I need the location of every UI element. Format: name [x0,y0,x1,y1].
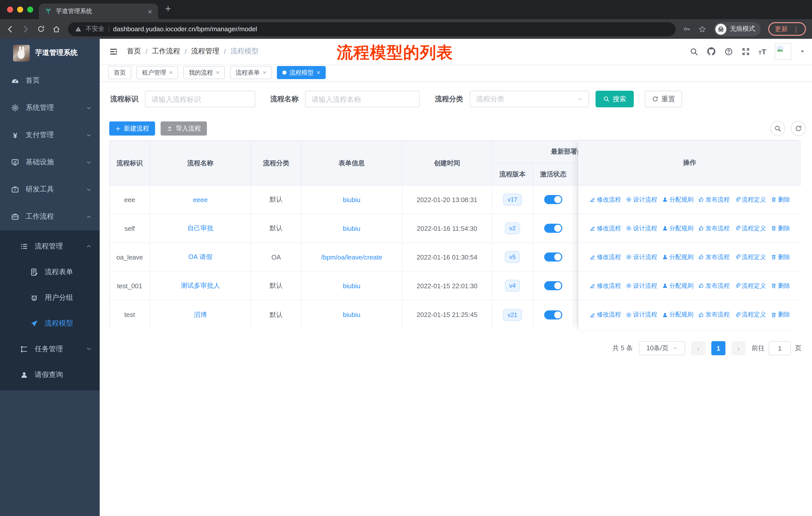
help-button[interactable] [724,47,733,56]
action-assign-rule[interactable]: 分配规则 [662,224,693,233]
action-edit[interactable]: 修改流程 [589,195,621,204]
sidebar-item-task-management[interactable]: 任务管理 [0,336,100,362]
model-name-link[interactable]: OA 请假 [188,252,212,262]
active-toggle[interactable] [544,224,562,233]
search-button[interactable]: 搜索 [596,91,634,107]
font-size-button[interactable]: TT [758,47,766,56]
breadcrumb-process-management[interactable]: 流程管理 [191,47,220,56]
goto-page-input[interactable] [769,341,791,355]
action-definition[interactable]: 流程定义 [734,310,766,319]
minimize-window-button[interactable] [17,6,23,12]
action-delete[interactable]: 删除 [771,310,790,319]
model-name-link[interactable]: 自己审批 [187,224,213,233]
action-edit[interactable]: 修改流程 [589,310,621,319]
close-window-button[interactable] [7,6,13,12]
version-badge[interactable]: v5 [505,251,520,263]
bookmark-star-icon[interactable] [698,25,706,33]
tag-process-form[interactable]: 流程表单 × [230,66,272,79]
version-badge[interactable]: v17 [503,193,522,206]
action-design[interactable]: 设计流程 [626,310,657,319]
form-link[interactable]: /bpm/oa/leave/create [321,253,382,261]
sidebar-item-home[interactable]: 首页 [0,67,100,94]
form-link[interactable]: biubiu [343,224,360,232]
search-button[interactable] [689,47,698,56]
tag-process-model[interactable]: 流程模型 × [277,66,326,79]
sidebar-item-process-management[interactable]: 流程管理 [0,233,100,259]
action-assign-rule[interactable]: 分配规则 [662,195,693,204]
action-publish[interactable]: 发布流程 [698,195,730,204]
action-design[interactable]: 设计流程 [626,224,657,233]
active-toggle[interactable] [544,310,562,319]
fullscreen-button[interactable] [741,47,750,56]
maximize-window-button[interactable] [27,6,33,12]
version-badge[interactable]: v2 [505,222,520,234]
action-delete[interactable]: 删除 [771,195,790,204]
collapse-sidebar-button[interactable] [109,47,118,56]
avatar-caret-icon[interactable] [800,49,805,54]
form-link[interactable]: biubiu [343,282,360,290]
action-publish[interactable]: 发布流程 [698,281,730,290]
action-edit[interactable]: 修改流程 [589,253,621,261]
new-tab-button[interactable]: + [165,3,171,15]
password-key-icon[interactable] [683,25,691,33]
close-icon[interactable]: × [263,69,266,76]
next-page-button[interactable]: › [731,341,746,355]
reload-button[interactable] [37,25,45,33]
app-logo-row[interactable]: 芋道管理系统 [0,39,100,67]
action-definition[interactable]: 流程定义 [734,195,766,204]
sidebar-item-process-form[interactable]: 流程表单 [0,259,100,285]
active-toggle[interactable] [544,195,562,204]
filter-name-input[interactable] [305,91,420,107]
import-process-button[interactable]: 导入流程 [161,121,207,136]
tag-tenant[interactable]: 租户管理 × [137,66,178,79]
action-design[interactable]: 设计流程 [626,281,657,290]
home-button[interactable] [52,25,60,33]
reset-button[interactable]: 重置 [645,91,682,107]
model-name-link[interactable]: 滔博 [194,310,207,319]
form-link[interactable]: biubiu [343,311,360,319]
filter-key-input[interactable] [145,91,255,107]
sidebar-item-process-model[interactable]: 流程模型 [0,310,100,336]
model-name-link[interactable]: 测试多审批人 [181,281,220,290]
close-tab-icon[interactable]: × [148,8,152,15]
action-definition[interactable]: 流程定义 [734,224,766,233]
action-assign-rule[interactable]: 分配规则 [662,253,693,261]
address-bar[interactable]: 不安全 dashboard.yudao.iocoder.cn/bpm/manag… [68,22,675,36]
security-label[interactable]: 不安全 [86,25,105,33]
sidebar-item-payment[interactable]: ¥ 支付管理 [0,121,100,148]
sidebar-item-workflow[interactable]: 工作流程 [0,203,100,230]
action-design[interactable]: 设计流程 [626,195,657,204]
show-search-button[interactable] [770,121,785,136]
action-delete[interactable]: 删除 [771,253,790,261]
close-icon[interactable]: × [169,69,173,76]
action-publish[interactable]: 发布流程 [698,253,730,261]
create-process-button[interactable]: 新建流程 [109,121,155,136]
refresh-table-button[interactable] [791,121,806,136]
tag-my-process[interactable]: 我的流程 × [183,66,225,79]
tag-home[interactable]: 首页 [108,66,132,79]
action-assign-rule[interactable]: 分配规则 [662,281,693,290]
action-assign-rule[interactable]: 分配规则 [662,310,693,319]
close-icon[interactable]: × [216,69,220,76]
breadcrumb-home[interactable]: 首页 [127,47,141,56]
avatar[interactable] [775,43,791,60]
browser-menu-icon[interactable]: ⋮ [792,25,800,32]
github-button[interactable] [706,47,716,56]
action-definition[interactable]: 流程定义 [734,281,766,290]
sidebar-item-user-group[interactable]: 用户分组 [0,285,100,310]
close-icon[interactable]: × [317,69,320,76]
action-delete[interactable]: 删除 [771,224,790,233]
sidebar-item-leave-query[interactable]: 请假查询 [0,362,100,387]
active-toggle[interactable] [544,252,562,262]
sidebar-item-devtools[interactable]: 研发工具 [0,176,100,203]
active-toggle[interactable] [544,281,562,290]
forward-button[interactable] [22,25,30,33]
browser-tab[interactable]: 芋道管理系统 × [39,3,158,19]
form-link[interactable]: biubiu [343,196,360,203]
action-edit[interactable]: 修改流程 [589,281,621,290]
action-design[interactable]: 设计流程 [626,253,657,261]
page-size-select[interactable]: 10条/页 [639,341,685,355]
version-badge[interactable]: v21 [503,309,522,321]
action-delete[interactable]: 删除 [771,281,790,290]
breadcrumb-workflow[interactable]: 工作流程 [152,47,180,56]
